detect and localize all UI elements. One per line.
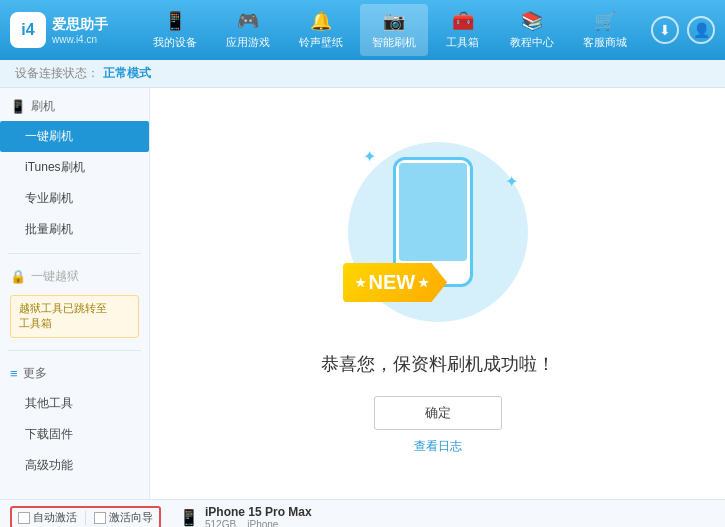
jailbreak-icon: 🔒 (10, 269, 26, 284)
sidebar-more-label: 更多 (23, 365, 47, 382)
tools-icon: 🧰 (452, 10, 474, 32)
sidebar-item-onekey-flash[interactable]: 一键刷机 (0, 121, 149, 152)
phone-screen (399, 163, 467, 261)
sidebar-item-itunes-flash[interactable]: iTunes刷机 (0, 152, 149, 183)
tutorial-icon: 📚 (521, 10, 543, 32)
app-name: 爱思助手 (52, 16, 108, 34)
sidebar-item-batch-flash[interactable]: 批量刷机 (0, 214, 149, 245)
device-info: 📱 iPhone 15 Pro Max 512GB iPhone (179, 505, 312, 527)
auto-activate-label: 自动激活 (33, 510, 77, 525)
sparkle-2: ✦ (505, 172, 518, 191)
device-name: iPhone 15 Pro Max (205, 505, 312, 519)
nav-apps[interactable]: 🎮 应用游戏 (214, 4, 282, 56)
nav-bar: 📱 我的设备 🎮 应用游戏 🔔 铃声壁纸 📷 智能刷机 🧰 工具箱 📚 (128, 4, 651, 56)
new-star-right: ★ (418, 276, 429, 290)
nav-ringtone[interactable]: 🔔 铃声壁纸 (287, 4, 355, 56)
download-button[interactable]: ⬇ (651, 16, 679, 44)
device-controls-box: 自动激活 激活向导 (10, 506, 161, 527)
success-text: 恭喜您，保资料刷机成功啦！ (321, 352, 555, 376)
activate-guide-label: 激活向导 (109, 510, 153, 525)
apps-icon: 🎮 (237, 10, 259, 32)
sidebar-divider-2 (8, 350, 141, 351)
ringtone-icon: 🔔 (310, 10, 332, 32)
nav-flash-label: 智能刷机 (372, 35, 416, 50)
sidebar-item-pro-flash[interactable]: 专业刷机 (0, 183, 149, 214)
flash-section-icon: 📱 (10, 99, 26, 114)
status-value: 正常模式 (103, 65, 151, 82)
view-log-link[interactable]: 查看日志 (414, 438, 462, 455)
sidebar-divider-1 (8, 253, 141, 254)
new-ribbon: ★ NEW ★ (343, 263, 448, 302)
nav-ringtone-label: 铃声壁纸 (299, 35, 343, 50)
sparkle-1: ✦ (363, 147, 376, 166)
app-logo: i4 爱思助手 www.i4.cn (10, 12, 108, 48)
sidebar-item-other-tools[interactable]: 其他工具 (0, 388, 149, 419)
nav-apps-label: 应用游戏 (226, 35, 270, 50)
sidebar-jailbreak-label: 一键越狱 (31, 268, 79, 285)
status-prefix: 设备连接状态： (15, 65, 99, 82)
main-content: ✦ ✦ ✦ ★ NEW ★ 恭喜您，保资料刷机成功啦！ 确定 查看日志 (150, 88, 725, 499)
sidebar-section-jailbreak: 🔒 一键越狱 (0, 262, 149, 291)
store-icon: 🛒 (594, 10, 616, 32)
nav-tools-label: 工具箱 (446, 35, 479, 50)
nav-my-device[interactable]: 📱 我的设备 (141, 4, 209, 56)
device-details: 512GB iPhone (205, 519, 312, 527)
sidebar: 📱 刷机 一键刷机 iTunes刷机 专业刷机 批量刷机 🔒 一键越狱 (0, 88, 150, 499)
auto-activate[interactable]: 自动激活 (18, 510, 77, 525)
app-url: www.i4.cn (52, 34, 108, 45)
sep (85, 511, 86, 525)
confirm-button[interactable]: 确定 (374, 396, 502, 430)
nav-store-label: 客服商城 (583, 35, 627, 50)
status-bar: 设备连接状态： 正常模式 (0, 60, 725, 88)
logo-icon: i4 (10, 12, 46, 48)
sidebar-section-more: ≡ 更多 (0, 359, 149, 388)
activate-guide[interactable]: 激活向导 (94, 510, 153, 525)
sidebar-jailbreak-notice: 越狱工具已跳转至工具箱 (10, 295, 139, 338)
new-star-left: ★ (355, 276, 366, 290)
auto-activate-checkbox[interactable] (18, 512, 30, 524)
nav-tutorial-label: 教程中心 (510, 35, 554, 50)
sidebar-section-flash-label: 刷机 (31, 98, 55, 115)
flash-icon: 📷 (383, 10, 405, 32)
sidebar-item-advanced[interactable]: 高级功能 (0, 450, 149, 481)
activate-guide-checkbox[interactable] (94, 512, 106, 524)
nav-tools[interactable]: 🧰 工具箱 (433, 4, 493, 56)
sidebar-section-flash: 📱 刷机 (0, 92, 149, 121)
device-icon: 📱 (164, 10, 186, 32)
phone-illustration: ✦ ✦ ✦ ★ NEW ★ (338, 132, 538, 332)
nav-store[interactable]: 🛒 客服商城 (571, 4, 639, 56)
nav-flash[interactable]: 📷 智能刷机 (360, 4, 428, 56)
device-phone-icon: 📱 (179, 508, 199, 527)
more-section-icon: ≡ (10, 366, 18, 381)
header-right: ⬇ 👤 (651, 16, 715, 44)
sidebar-item-download-fw[interactable]: 下载固件 (0, 419, 149, 450)
nav-my-device-label: 我的设备 (153, 35, 197, 50)
user-button[interactable]: 👤 (687, 16, 715, 44)
new-label: NEW (369, 271, 416, 294)
nav-tutorial[interactable]: 📚 教程中心 (498, 4, 566, 56)
